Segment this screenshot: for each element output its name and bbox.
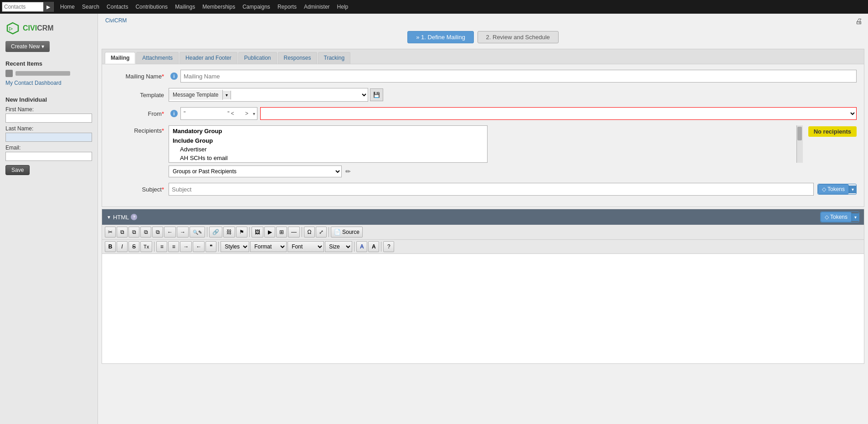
nav-home[interactable]: Home <box>56 0 78 14</box>
tab-mailing[interactable]: Mailing <box>105 52 135 64</box>
tokens-dropdown-arrow-html[interactable]: ▾ <box>852 213 859 221</box>
editor-body[interactable] <box>102 254 864 363</box>
last-name-input[interactable] <box>5 133 92 142</box>
toolbar-cut-button[interactable]: ✂ <box>105 227 116 238</box>
mailing-name-input[interactable] <box>180 70 857 83</box>
tab-publication[interactable]: Publication <box>238 52 277 64</box>
toolbar-undo-button[interactable]: ← <box>164 227 176 238</box>
tabs-bar: Mailing Attachments Header and Footer Pu… <box>102 49 864 64</box>
toolbar-ol-button[interactable]: ≡ <box>156 241 167 252</box>
toolbar-paste-text-button[interactable]: ⧉ <box>140 227 151 238</box>
toolbar-italic-button[interactable]: I <box>117 241 128 252</box>
toolbar-unlink-button[interactable]: ⛓ <box>223 227 235 238</box>
mailing-name-info-icon[interactable]: i <box>170 72 178 80</box>
toolbar-source-label: Source <box>342 229 360 235</box>
search-button[interactable]: ▶ <box>43 2 53 12</box>
nav-search[interactable]: Search <box>78 0 103 14</box>
from-row: From* i " " < > ▾ <box>109 107 857 120</box>
create-new-arrow-icon: ▾ <box>41 43 44 50</box>
group-item-ah-schs[interactable]: AH SCHs to email <box>169 154 487 162</box>
search-input[interactable] <box>2 2 43 11</box>
nav-administer[interactable]: Administer <box>300 0 334 14</box>
template-save-icon-button[interactable]: 💾 <box>370 88 383 101</box>
toolbar-size-select[interactable]: Size <box>325 241 352 252</box>
create-new-button[interactable]: Create New ▾ <box>5 41 50 52</box>
toolbar-flash-button[interactable]: ▶ <box>264 227 275 238</box>
toolbar-separator-6 <box>218 242 219 252</box>
toolbar-indent-button[interactable]: → <box>180 241 192 252</box>
template-arrow-icon[interactable]: ▾ <box>223 91 231 99</box>
scrollbar-thumb <box>797 127 802 140</box>
toolbar-bg-color-button[interactable]: A <box>368 241 379 252</box>
toolbar-styles-select[interactable]: Styles <box>221 241 249 252</box>
tab-tracking[interactable]: Tracking <box>318 52 351 64</box>
recipients-past-select[interactable]: Groups or Past Recipients <box>169 165 342 177</box>
toolbar-anchor-button[interactable]: ⚑ <box>236 227 247 238</box>
toolbar-blockquote-button[interactable]: ❝ <box>205 241 216 252</box>
first-name-input[interactable] <box>5 114 92 123</box>
toolbar-link-button[interactable]: 🔗 <box>209 227 222 238</box>
tab-attachments[interactable]: Attachments <box>136 52 179 64</box>
html-collapse-arrow-icon[interactable]: ▼ <box>107 215 111 220</box>
from-info-icon[interactable]: i <box>170 110 178 117</box>
search-box[interactable]: ▶ <box>2 2 54 12</box>
my-contact-dashboard-link[interactable]: My Contact Dashboard <box>0 78 98 88</box>
tokens-group-html: ◇ Tokens ▾ <box>820 212 859 222</box>
toolbar-special-char-button[interactable]: Ω <box>304 227 315 238</box>
from-email-select[interactable] <box>260 107 857 120</box>
tokens-dropdown-arrow-subject[interactable]: ▾ <box>849 186 856 193</box>
tab-header-footer[interactable]: Header and Footer <box>180 52 237 64</box>
group-header-mandatory: Mandatory Group <box>169 126 487 136</box>
nav-mailings[interactable]: Mailings <box>171 0 199 14</box>
nav-contributions[interactable]: Contributions <box>132 0 171 14</box>
toolbar-outdent-button[interactable]: ← <box>193 241 205 252</box>
email-input[interactable] <box>5 152 92 161</box>
nav-contacts[interactable]: Contacts <box>103 0 132 14</box>
toolbar-image-button[interactable]: 🖼 <box>252 227 263 238</box>
toolbar-font-select[interactable]: Font <box>288 241 324 252</box>
nav-campaigns[interactable]: Campaigns <box>239 0 274 14</box>
toolbar-find-replace-button[interactable]: 🔍✎ <box>190 227 205 238</box>
toolbar-maximize-button[interactable]: ⤢ <box>316 227 327 238</box>
wizard-step-1[interactable]: » 1. Define Mailing <box>407 31 474 43</box>
toolbar-font-color-button[interactable]: A <box>356 241 367 252</box>
toolbar-redo-button[interactable]: → <box>177 227 189 238</box>
nav-help[interactable]: Help <box>334 0 352 14</box>
toolbar-help-button[interactable]: ? <box>383 241 394 252</box>
toolbar-copy-button[interactable]: ⧉ <box>117 227 128 238</box>
template-select[interactable] <box>231 88 368 101</box>
html-help-icon[interactable]: ? <box>131 214 137 220</box>
pencil-icon[interactable]: ✏ <box>345 168 351 175</box>
recent-items-title: Recent Items <box>0 57 98 69</box>
editor-toolbar-row2: B I S Tx ≡ ≡ → ← ❝ Styles Format Font <box>102 240 864 254</box>
toolbar-table-button[interactable]: ⊞ <box>276 227 287 238</box>
toolbar-paste-button[interactable]: ⧉ <box>128 227 139 238</box>
toolbar-source-icon: 📄 <box>334 229 341 235</box>
toolbar-source-button[interactable]: 📄 Source <box>331 227 363 238</box>
recent-item-1[interactable] <box>0 69 98 78</box>
from-name-select[interactable]: " " < > ▾ <box>180 107 257 120</box>
subject-input[interactable] <box>169 183 814 196</box>
recipients-scrollbar[interactable] <box>796 125 803 163</box>
print-icon[interactable]: 🖨 <box>855 17 863 26</box>
nav-reports[interactable]: Reports <box>274 0 300 14</box>
breadcrumb-civicrm[interactable]: CiviCRM <box>105 17 127 24</box>
mailing-name-row: Mailing Name* i <box>109 70 857 83</box>
wizard-step-2[interactable]: 2. Review and Schedule <box>478 31 559 43</box>
toolbar-format-select[interactable]: Format <box>250 241 287 252</box>
nav-memberships[interactable]: Memberships <box>199 0 239 14</box>
save-button[interactable]: Save <box>5 165 30 175</box>
toolbar-separator-7 <box>354 242 354 252</box>
toolbar-ul-button[interactable]: ≡ <box>168 241 179 252</box>
toolbar-bold-button[interactable]: B <box>105 241 116 252</box>
tokens-button-html[interactable]: ◇ Tokens <box>821 212 852 222</box>
toolbar-paste-word-button[interactable]: ⧉ <box>152 227 163 238</box>
toolbar-separator-4 <box>329 227 329 237</box>
toolbar-clear-format-button[interactable]: Tx <box>140 241 152 252</box>
tab-responses[interactable]: Responses <box>278 52 317 64</box>
tokens-button-subject[interactable]: ◇ Tokens <box>818 184 849 194</box>
group-item-advertiser[interactable]: Advertiser <box>169 145 487 154</box>
tokens-group-subject: ◇ Tokens ▾ <box>817 184 857 195</box>
toolbar-strikethrough-button[interactable]: S <box>128 241 139 252</box>
toolbar-hr-button[interactable]: — <box>288 227 300 238</box>
